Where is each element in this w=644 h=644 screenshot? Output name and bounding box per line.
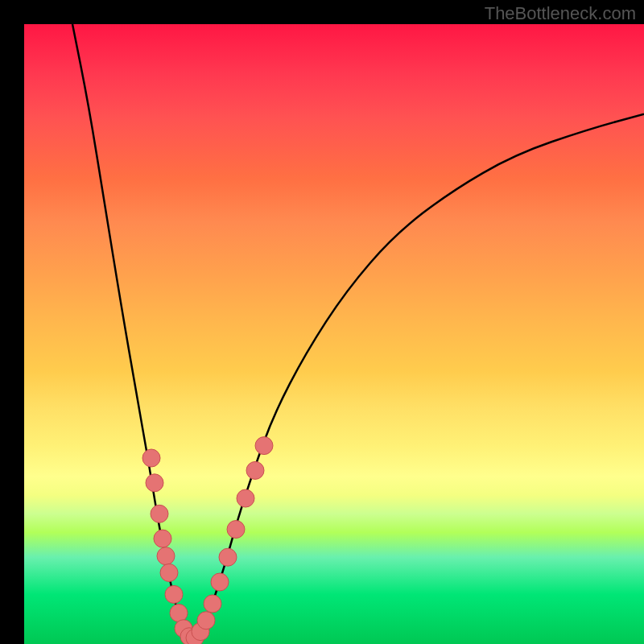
chart-svg xyxy=(24,24,644,644)
data-dot xyxy=(165,585,183,603)
data-dot xyxy=(227,521,245,539)
data-dot xyxy=(146,474,163,492)
data-dot xyxy=(160,564,178,581)
data-dot xyxy=(157,547,175,565)
data-dot xyxy=(154,530,171,547)
data-dot xyxy=(237,489,254,507)
data-dot xyxy=(170,605,188,622)
watermark-text: TheBottleneck.com xyxy=(485,3,636,24)
chart-plot-area xyxy=(24,24,644,644)
data-dot xyxy=(219,548,237,566)
data-dot xyxy=(151,505,168,522)
data-dot xyxy=(204,595,221,613)
data-dot xyxy=(246,461,264,479)
data-dot xyxy=(142,449,160,467)
data-dot xyxy=(255,437,273,455)
data-dot xyxy=(211,573,229,591)
data-dot xyxy=(197,612,215,630)
data-dots-group xyxy=(142,437,273,644)
